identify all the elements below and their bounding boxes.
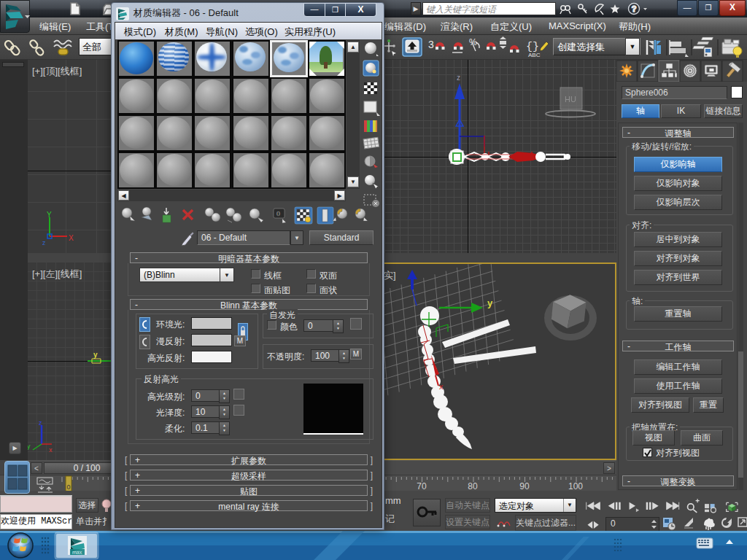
svg-text:z: z <box>39 419 42 427</box>
svg-text:80: 80 <box>468 481 478 491</box>
svg-text:HU: HU <box>565 95 576 104</box>
svg-text:y: y <box>28 443 31 450</box>
svg-text:z: z <box>457 74 460 82</box>
svg-text:%: % <box>469 37 477 47</box>
svg-text:?: ? <box>632 4 637 13</box>
svg-text:3: 3 <box>428 39 434 50</box>
svg-text:y: y <box>93 351 98 359</box>
svg-text:70: 70 <box>417 481 427 491</box>
svg-text:y: y <box>487 298 493 308</box>
svg-text:0: 0 <box>66 483 70 491</box>
svg-text:x: x <box>439 382 444 391</box>
svg-text:Y: Y <box>47 211 52 219</box>
svg-text:100: 100 <box>568 481 583 491</box>
svg-text:0: 0 <box>276 210 280 217</box>
svg-text:x: x <box>49 446 53 454</box>
svg-text:X: X <box>69 234 74 242</box>
svg-text:ABC: ABC <box>528 52 541 58</box>
svg-text:z: z <box>42 239 46 246</box>
svg-text:max: max <box>72 550 82 555</box>
svg-text:90: 90 <box>519 481 530 491</box>
